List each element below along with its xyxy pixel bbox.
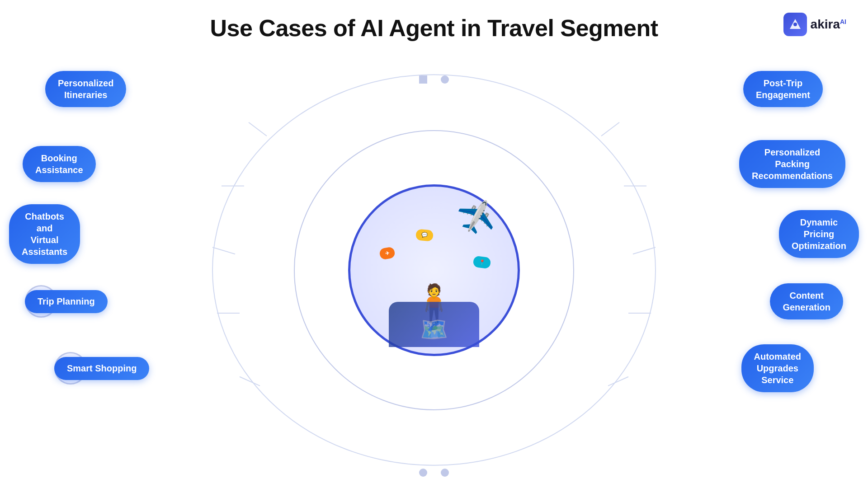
center-circle: ✈ 💬 📍 ✈️ 🧍 🗺️ (348, 184, 520, 356)
chat-bubble-2: 💬 (415, 229, 434, 241)
travel-illustration: ✈ 💬 📍 ✈️ 🧍 🗺️ (371, 193, 497, 347)
content-generation-pill[interactable]: Content Generation (770, 283, 843, 319)
map-icon: 🗺️ (420, 316, 448, 343)
packing-pill[interactable]: Personalized Packing Recommendations (739, 140, 845, 188)
svg-line-5 (212, 247, 235, 254)
automated-upgrades-pill[interactable]: Automated Upgrades Service (741, 344, 814, 392)
logo-icon (783, 13, 807, 36)
svg-line-7 (240, 377, 260, 386)
svg-line-8 (601, 122, 619, 136)
trip-planning-pill[interactable]: Trip Planning (25, 290, 108, 313)
logo-text: akiraAI (811, 17, 846, 32)
svg-point-1 (793, 23, 797, 26)
logo: akiraAI (783, 13, 846, 36)
page-title: Use Cases of AI Agent in Travel Segment (0, 0, 868, 42)
diagram-container: ✈ 💬 📍 ✈️ 🧍 🗺️ Personalized Itineraries 📋 (0, 52, 868, 488)
personalized-itineraries-pill[interactable]: Personalized Itineraries (45, 71, 126, 107)
chatbots-pill[interactable]: Chatbots and Virtual Assistants (9, 204, 80, 264)
post-trip-pill[interactable]: Post-Trip Engagement (743, 71, 823, 107)
svg-line-12 (608, 377, 628, 386)
smart-shopping-pill[interactable]: Smart Shopping (54, 357, 149, 380)
top-ring-dots (419, 75, 449, 84)
bottom-ring-dots (419, 469, 449, 477)
svg-line-3 (249, 122, 267, 136)
chat-bubble-3: 📍 (472, 255, 491, 269)
dynamic-pricing-pill[interactable]: Dynamic Pricing Optimization (779, 210, 859, 258)
chat-bubble-1: ✈ (379, 246, 396, 260)
svg-line-10 (633, 247, 656, 254)
booking-assistance-pill[interactable]: Booking Assistance (23, 146, 96, 182)
airplane-icon: ✈️ (455, 198, 496, 238)
